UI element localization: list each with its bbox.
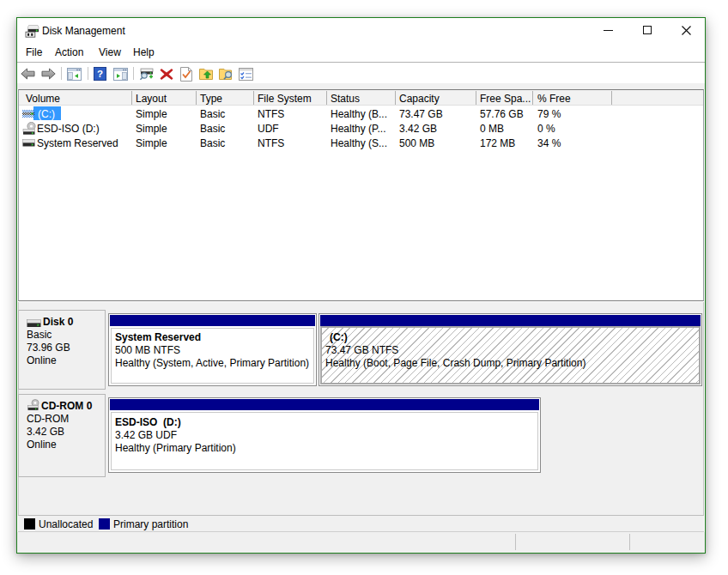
svg-text:?: ? bbox=[97, 69, 103, 79]
